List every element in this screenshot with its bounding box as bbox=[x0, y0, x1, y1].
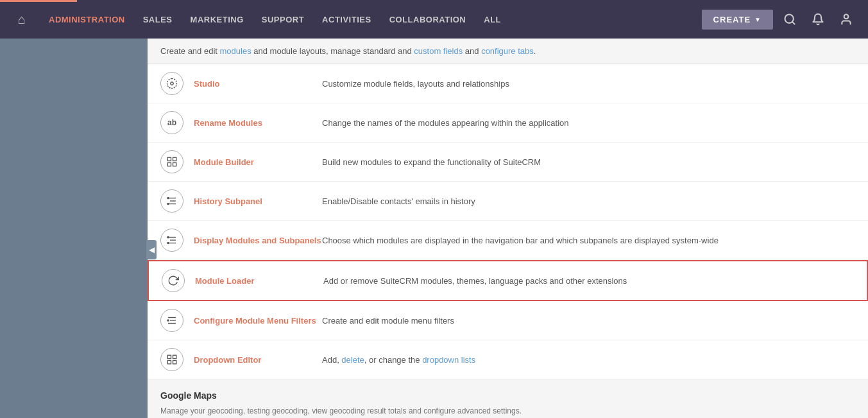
dropdown-editor-desc: Add, delete, or change the dropdown list… bbox=[322, 355, 855, 365]
create-button[interactable]: CREATE ▼ bbox=[702, 10, 773, 30]
rename-modules-desc: Change the names of the modules appearin… bbox=[322, 118, 855, 128]
module-row-module-loader: Module Loader Add or remove SuiteCRM mod… bbox=[148, 260, 868, 301]
module-row-configure-filters: Configure Module Menu Filters Create and… bbox=[148, 301, 868, 340]
module-row-studio: Studio Customize module fields, layouts … bbox=[148, 64, 868, 103]
svg-point-16 bbox=[167, 236, 169, 238]
module-row-display-modules: Display Modules and Subpanels Choose whi… bbox=[148, 221, 868, 260]
svg-rect-7 bbox=[173, 163, 176, 166]
svg-rect-25 bbox=[173, 361, 176, 364]
nav-left: ⌂ ADMINISTRATION SALES MARKETING SUPPORT… bbox=[10, 8, 509, 31]
nav-item-marketing[interactable]: MARKETING bbox=[183, 15, 251, 24]
module-builder-desc: Build new modules to expand the function… bbox=[322, 157, 855, 167]
display-modules-desc: Choose which modules are displayed in th… bbox=[322, 236, 855, 245]
nav-item-sales[interactable]: SALES bbox=[135, 15, 180, 24]
history-subpanel-desc: Enable/Disable contacts' emails in histo… bbox=[322, 196, 855, 206]
svg-rect-22 bbox=[167, 355, 171, 358]
history-subpanel-icon bbox=[160, 189, 183, 213]
google-maps-title: Google Maps bbox=[160, 390, 217, 401]
module-row-module-builder: Module Builder Build new modules to expa… bbox=[148, 143, 868, 182]
top-nav: ⌂ ADMINISTRATION SALES MARKETING SUPPORT… bbox=[0, 0, 868, 39]
svg-line-1 bbox=[792, 22, 795, 24]
display-modules-link[interactable]: Display Modules and Subpanels bbox=[194, 236, 322, 245]
sidebar: ◀ bbox=[0, 39, 148, 418]
history-subpanel-link[interactable]: History Subpanel bbox=[194, 196, 322, 206]
display-modules-icon bbox=[160, 229, 183, 252]
svg-rect-5 bbox=[173, 157, 176, 161]
nav-item-all[interactable]: ALL bbox=[476, 15, 509, 24]
rename-modules-link[interactable]: Rename Modules bbox=[194, 118, 322, 128]
content-area: Create and edit modules and module layou… bbox=[148, 39, 868, 418]
module-list: Studio Customize module fields, layouts … bbox=[148, 64, 868, 379]
desc-bar: Create and edit modules and module layou… bbox=[148, 39, 868, 64]
progress-bar bbox=[0, 0, 77, 2]
studio-icon bbox=[160, 72, 183, 95]
google-maps-subtitle: Manage your geocoding, testing geocoding… bbox=[148, 404, 868, 418]
svg-point-21 bbox=[167, 320, 169, 321]
desc-text: Create and edit modules and module layou… bbox=[160, 46, 536, 56]
module-builder-icon bbox=[160, 150, 183, 173]
main-layout: ◀ Create and edit modules and module lay… bbox=[0, 39, 868, 418]
nav-right: CREATE ▼ bbox=[702, 8, 858, 31]
module-loader-icon bbox=[162, 269, 185, 292]
module-row-dropdown-editor: Dropdown Editor Add, delete, or change t… bbox=[148, 340, 868, 379]
google-maps-section-header: Google Maps bbox=[148, 379, 868, 404]
dropdown-editor-icon bbox=[160, 348, 183, 371]
module-loader-link[interactable]: Module Loader bbox=[195, 276, 323, 286]
nav-item-activities[interactable]: ACTIVITIES bbox=[314, 15, 379, 24]
configure-filters-desc: Create and edit module menu filters bbox=[322, 316, 855, 326]
module-loader-desc: Add or remove SuiteCRM modules, themes, … bbox=[323, 276, 854, 286]
user-icon[interactable] bbox=[835, 8, 858, 31]
configure-filters-link[interactable]: Configure Module Menu Filters bbox=[194, 316, 322, 326]
studio-desc: Customize module fields, layouts and rel… bbox=[322, 79, 855, 89]
svg-point-3 bbox=[171, 82, 174, 85]
search-icon[interactable] bbox=[778, 8, 801, 31]
svg-rect-4 bbox=[167, 157, 171, 161]
create-caret-icon: ▼ bbox=[754, 16, 762, 23]
home-icon[interactable]: ⌂ bbox=[10, 8, 33, 31]
nav-item-collaboration[interactable]: COLLABORATION bbox=[382, 15, 474, 24]
svg-point-11 bbox=[167, 197, 169, 198]
svg-point-17 bbox=[167, 242, 169, 243]
configure-filters-icon bbox=[160, 309, 183, 332]
nav-item-support[interactable]: SUPPORT bbox=[254, 15, 312, 24]
studio-link[interactable]: Studio bbox=[194, 79, 322, 89]
dropdown-editor-link[interactable]: Dropdown Editor bbox=[194, 355, 322, 365]
svg-rect-23 bbox=[173, 355, 176, 358]
notifications-icon[interactable] bbox=[806, 8, 830, 31]
rename-modules-icon: ab bbox=[160, 111, 183, 134]
svg-rect-6 bbox=[167, 163, 171, 166]
sidebar-toggle[interactable]: ◀ bbox=[146, 240, 157, 259]
module-builder-link[interactable]: Module Builder bbox=[194, 157, 322, 167]
svg-point-12 bbox=[167, 203, 169, 204]
module-row-history-subpanel: History Subpanel Enable/Disable contacts… bbox=[148, 182, 868, 221]
module-row-rename-modules: ab Rename Modules Change the names of th… bbox=[148, 103, 868, 143]
nav-item-administration[interactable]: ADMINISTRATION bbox=[41, 15, 133, 24]
svg-rect-24 bbox=[167, 361, 171, 364]
svg-point-2 bbox=[844, 15, 849, 19]
